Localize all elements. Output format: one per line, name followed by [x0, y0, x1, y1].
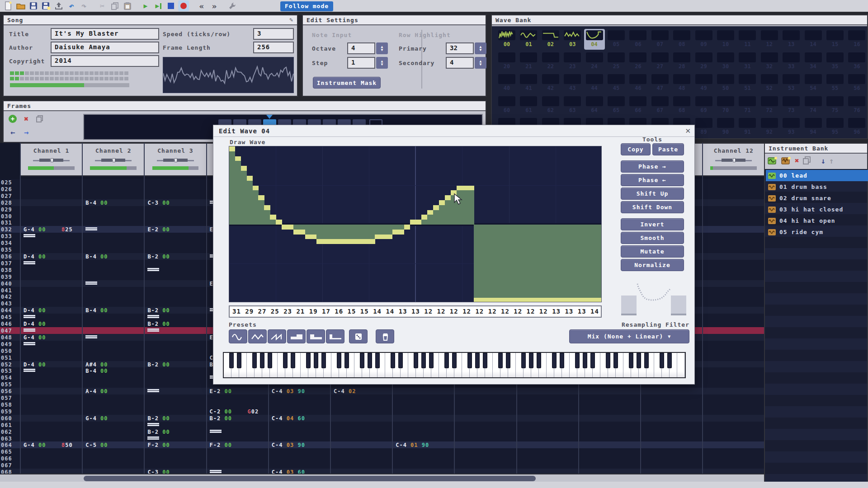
- wave-slot-09[interactable]: 09: [693, 29, 714, 50]
- note-cell[interactable]: D-4 00: [24, 321, 46, 327]
- prev-frame-icon[interactable]: «: [196, 0, 207, 11]
- note-cell[interactable]: D-4 00: [24, 307, 46, 314]
- note-cell[interactable]: B-2 00: [147, 321, 170, 327]
- channel-volume-handle[interactable]: [113, 158, 115, 162]
- wave-slot-96[interactable]: 96: [846, 117, 867, 137]
- wave-slot-74[interactable]: 74: [803, 95, 824, 116]
- delete-frame-button[interactable]: ✖: [21, 114, 32, 124]
- note-cell[interactable]: C-5 00: [85, 442, 108, 448]
- move-frame-left-button[interactable]: ←: [7, 127, 18, 137]
- note-cell[interactable]: E-2 00: [210, 388, 232, 394]
- wave-slot-34[interactable]: 34: [803, 51, 824, 72]
- wave-slot-70[interactable]: 70: [715, 95, 736, 116]
- wave-slot-05[interactable]: 05: [606, 29, 627, 50]
- note-cell[interactable]: B-2 00: [147, 429, 170, 435]
- wave-slot-08[interactable]: 08: [671, 29, 692, 50]
- title-input[interactable]: It's My Blaster: [51, 28, 159, 40]
- speed-input[interactable]: 3: [253, 28, 294, 40]
- pattern-row-063[interactable]: 063: [0, 435, 764, 442]
- wave-slot-94[interactable]: 94: [803, 117, 824, 137]
- wave-slot-71[interactable]: 71: [737, 95, 758, 116]
- pattern-row-058[interactable]: 058: [0, 401, 764, 408]
- next-frame-icon[interactable]: »: [209, 0, 220, 11]
- wave-slot-67[interactable]: 67: [650, 95, 670, 116]
- effect-cell[interactable]: G02: [248, 408, 259, 415]
- note-cell[interactable]: F-2 00: [147, 442, 170, 448]
- wave-slot-92[interactable]: 92: [759, 117, 780, 137]
- piano-black-key[interactable]: [452, 353, 457, 368]
- wave-slot-46[interactable]: 46: [627, 73, 648, 94]
- step-stepper[interactable]: 1▲▼: [347, 57, 388, 69]
- instrument-item-04[interactable]: 04 hi hat open: [766, 215, 868, 226]
- wave-slot-66[interactable]: 66: [627, 95, 648, 116]
- new-file-icon[interactable]: [3, 0, 14, 11]
- note-cell[interactable]: G-4 00: [24, 226, 46, 233]
- note-cell[interactable]: B-4 00: [85, 307, 108, 314]
- note-cell[interactable]: G-4 00: [85, 415, 108, 422]
- wave-slot-53[interactable]: 53: [781, 73, 802, 94]
- wave-slot-16[interactable]: 16: [846, 29, 867, 50]
- wave-slot-00[interactable]: 00: [496, 29, 517, 50]
- follow-mode-button[interactable]: Follow mode: [280, 1, 333, 11]
- wave-slot-21[interactable]: 21: [518, 51, 539, 72]
- edit-song-pencil-icon[interactable]: ✎: [289, 16, 293, 23]
- wave-slot-14[interactable]: 14: [803, 29, 824, 50]
- pattern-row-065[interactable]: 065: [0, 448, 764, 455]
- note-cell[interactable]: B-4 00: [85, 368, 108, 374]
- wave-slot-04[interactable]: 04: [584, 29, 605, 50]
- wave-slot-93[interactable]: 93: [781, 117, 802, 137]
- pattern-row-068[interactable]: 068C-3 00C-4 03 60: [0, 469, 764, 474]
- channel-volume-handle[interactable]: [733, 158, 736, 162]
- stop-icon[interactable]: [165, 0, 176, 11]
- piano-black-key[interactable]: [391, 353, 395, 368]
- add-wave-instrument-icon[interactable]: [768, 156, 778, 166]
- note-cell[interactable]: C-4 01 90: [396, 442, 429, 448]
- wave-slot-90[interactable]: 90: [715, 117, 736, 137]
- pattern-row-059[interactable]: 059C-2 00G02: [0, 408, 764, 415]
- note-cell[interactable]: A#4 00: [85, 361, 108, 368]
- save-as-icon[interactable]: [41, 0, 52, 11]
- delete-instrument-icon[interactable]: ✖: [795, 156, 799, 166]
- phase-button[interactable]: Phase ←: [621, 174, 684, 186]
- piano-black-key[interactable]: [344, 353, 349, 368]
- wave-slot-11[interactable]: 11: [737, 29, 758, 50]
- channel-header-1[interactable]: Channel 1: [20, 143, 83, 176]
- wave-slot-32[interactable]: 32: [759, 51, 780, 72]
- piano-black-key[interactable]: [268, 353, 272, 368]
- duplicate-instrument-icon[interactable]: [803, 156, 811, 166]
- wave-slot-69[interactable]: 69: [693, 95, 714, 116]
- note-cell[interactable]: B-2 00: [147, 253, 170, 260]
- wave-slot-47[interactable]: 47: [650, 73, 670, 94]
- piano-black-key[interactable]: [321, 353, 326, 368]
- invert-button[interactable]: Invert: [621, 218, 684, 230]
- pattern-row-066[interactable]: 066: [0, 455, 764, 462]
- piano-black-key[interactable]: [552, 353, 557, 368]
- piano-black-key[interactable]: [260, 353, 264, 368]
- wave-slot-48[interactable]: 48: [671, 73, 692, 94]
- wave-slot-03[interactable]: 03: [562, 29, 583, 50]
- export-icon[interactable]: [53, 0, 64, 11]
- note-cell[interactable]: C-3 00: [147, 469, 170, 474]
- wave-slot-95[interactable]: 95: [825, 117, 845, 137]
- triangle-preset-button[interactable]: [248, 329, 267, 343]
- wave-slot-63[interactable]: 63: [562, 95, 583, 116]
- piano-black-key[interactable]: [283, 353, 288, 368]
- wave-slot-06[interactable]: 06: [627, 29, 648, 50]
- redo-icon[interactable]: ↷: [79, 0, 90, 11]
- random-preset-button[interactable]: [349, 329, 368, 343]
- square25-preset-button[interactable]: [307, 329, 325, 343]
- piano-black-key[interactable]: [667, 353, 672, 368]
- octave-stepper[interactable]: 4▲▼: [347, 42, 388, 54]
- wave-slot-29[interactable]: 29: [693, 51, 714, 72]
- piano-black-key[interactable]: [444, 353, 449, 368]
- wave-slot-40[interactable]: 40: [496, 73, 517, 94]
- copy-button[interactable]: Copy: [621, 143, 651, 155]
- wave-slot-13[interactable]: 13: [781, 29, 802, 50]
- duplicate-frame-button[interactable]: [34, 114, 45, 124]
- wave-slot-75[interactable]: 75: [825, 95, 845, 116]
- wave-slot-61[interactable]: 61: [518, 95, 539, 116]
- wave-slot-51[interactable]: 51: [737, 73, 758, 94]
- wave-slot-15[interactable]: 15: [825, 29, 845, 50]
- pattern-row-064[interactable]: 064G-4 00850C-5 00F-2 00F-2 00C-4 03 90C…: [0, 441, 764, 448]
- wave-slot-43[interactable]: 43: [562, 73, 583, 94]
